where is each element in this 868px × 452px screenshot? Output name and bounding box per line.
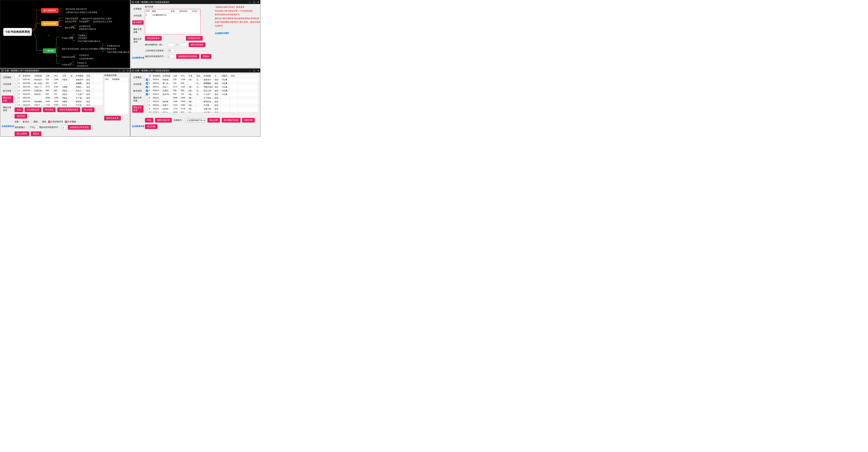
leaf: 监控到自动存入文章库 <box>91 19 115 24</box>
sidebar-item[interactable]: 水印设置 <box>132 13 144 18</box>
table-row[interactable]: 42024-04-12..沉浸式创业...848803#创业...社会三好青年创… <box>14 89 103 92</box>
clear-button[interactable]: 清空列表 <box>14 114 27 118</box>
sidebar-item[interactable]: 水印设置 <box>132 82 144 86</box>
interval-max-input[interactable] <box>180 43 187 47</box>
bit-input[interactable] <box>62 126 66 129</box>
stop-button[interactable]: 停止采集 <box>82 108 94 112</box>
table-row[interactable]: 42024-04-...沉浸式创业...848803#创业...已分配社会三好青… <box>145 89 259 92</box>
opt-newest[interactable]: 最新 <box>31 120 38 123</box>
table-row[interactable]: 32024-04-...当你一个月...97711165#来聊...已分配乔佩主… <box>145 85 259 89</box>
sidebar-item[interactable]: 账号管理 <box>132 89 144 93</box>
app-icon <box>132 69 134 72</box>
monitor-list <box>104 81 128 114</box>
monitor-author-button[interactable]: 监控作者文章 <box>104 116 121 120</box>
copy-ck-button[interactable]: 复制ck <box>31 132 41 136</box>
min-icon[interactable]: — <box>249 69 251 72</box>
table-row[interactable]: 72024-04-...现在做电商...24401630#电商...爱哭的汤姆猫… <box>145 100 259 104</box>
opt-hottest[interactable]: 最热 <box>39 120 46 123</box>
selall-button[interactable]: 全选 <box>145 118 153 122</box>
sidebar-item[interactable]: 爆款文库管理 <box>132 37 144 44</box>
table-row[interactable]: 12024-05-04..00后创业交流5281298#创业...凌凌凌子创业 <box>14 78 103 82</box>
bit-idx-input[interactable] <box>167 55 175 58</box>
table-row[interactable]: 32024-04-14..当你一个月...97711165#来聊...乔佩主笔记… <box>14 85 103 89</box>
library-table-body: 12024-05-...00后创业交流5281298#创业...已分配凌凌凌子创… <box>145 78 259 113</box>
refresh-button[interactable]: 刷新列表 <box>242 118 255 122</box>
node-one-click-clone[interactable]: 一键克隆 <box>43 48 56 53</box>
bit-idx-label: 指定比特浏览器序号： <box>145 55 166 58</box>
table-row[interactable]: 52024-03-...创业2年后...592131#创业...已分配十七来了创… <box>145 92 259 96</box>
sidebar-item[interactable]: 账号管理 <box>2 89 13 93</box>
table-row[interactable]: 82024-03-...30岁了，没...11102250#创业...方大脸创业 <box>145 104 259 107</box>
export-button[interactable]: 导出列表 <box>145 124 157 129</box>
contact-link[interactable]: 点击联系作者 <box>132 125 145 128</box>
sidebar-item[interactable]: 爆款文库管理 <box>2 105 13 113</box>
node-account-login[interactable]: 账号批量登录 <box>41 8 59 13</box>
account-window: 红薯一键克隆v1.39.7-浏览器连接成功 —▢✕ 文章预览水印设置账号管理爆款… <box>130 0 260 68</box>
min-icon[interactable]: — <box>118 69 121 72</box>
chk-no-video[interactable]: 不采视频 <box>65 120 76 123</box>
sidebar-item[interactable]: 爆款文章采集 <box>132 95 144 103</box>
table-row[interactable]: 52024-03-13..创业2年后...592131#创业...十七来了创业 <box>14 92 103 96</box>
bit-label: 指定比特浏览器序号： <box>39 126 60 129</box>
account-row[interactable]: 1 小红薯65486716 <box>145 13 200 17</box>
sidebar-item[interactable]: 文章预览 <box>132 7 144 11</box>
copy-ck-button[interactable]: 复制ck <box>201 54 211 59</box>
table-row[interactable]: 72024-04-05..现在做电商...24401630#电商...爱哭的汤姆… <box>14 100 103 104</box>
close-icon[interactable]: ✕ <box>257 69 259 72</box>
collect-window: 红薯一键克隆v1.39.7-浏览器连接成功—▢✕ 文章预览水印设置账号管理爆款文… <box>0 68 130 137</box>
op-publish-button[interactable]: 操作文章发布 <box>189 43 205 47</box>
table-row[interactable]: 22023-08-...第一次创业...241316已分配卖螺蛳粉...创业小红… <box>145 82 259 85</box>
import-ck-button[interactable]: 置入ck登录 <box>14 132 29 136</box>
opt-comprehensive[interactable]: 综合 <box>23 120 29 123</box>
sidebar-item[interactable]: 水印设置 <box>2 82 13 86</box>
library-table-head: 序号发布时间文章标题点赞数量评论数量文章标签状态作者昵称文章分类分配的账号比特序… <box>145 74 259 78</box>
leaf: 爆款文章库 <box>62 25 77 30</box>
start-timer-button[interactable]: 启动定时发布 <box>186 36 203 41</box>
assign-account-select[interactable]: 小红薯65486716 <box>186 118 206 122</box>
table-row[interactable]: 22023-08-31..第一次创业...241316卖螺蛳粉...创业 <box>14 82 103 85</box>
sidebar-item[interactable]: 文章预览 <box>132 75 144 80</box>
table-row[interactable]: 92024-04-...2024年普通...17145778#亚马...乐事小狗… <box>145 107 259 111</box>
titlebar: 红薯一键克隆v1.39.7-浏览器连接成功 —▢✕ <box>130 0 260 4</box>
buy-ip-link[interactable]: 点击购买代理IP <box>215 31 260 35</box>
port-input[interactable] <box>29 126 37 129</box>
node-article-collect[interactable]: 爆款文章采集 <box>41 21 59 26</box>
add-lib-button[interactable]: 加入爆款文库 <box>25 108 41 112</box>
max-icon[interactable]: ▢ <box>253 1 255 3</box>
selall-button[interactable]: 全选 <box>14 108 23 112</box>
leaf: 可给不同账号批量分配任务 <box>75 39 103 44</box>
sidebar-item[interactable]: 爆款文库管理 <box>132 105 144 113</box>
sidebar-item[interactable]: 爆款文章采集 <box>2 95 13 103</box>
sidebar-item[interactable]: 账号管理 <box>132 20 144 25</box>
max-icon[interactable]: ▢ <box>123 69 125 72</box>
connect-bit-button[interactable]: 连接指定比特浏览器 <box>68 125 91 130</box>
min-icon[interactable]: — <box>249 1 251 3</box>
chk-collect-toggle[interactable]: 文章采集开关 <box>48 120 63 123</box>
contact-link[interactable]: 点击联系作者 <box>132 56 145 59</box>
confirm-assign-button[interactable]: 确认分配 <box>208 118 220 122</box>
table-row[interactable]: 12024-05-...00后创业交流5281298#创业...已分配凌凌凌子创… <box>145 78 259 82</box>
window-title: 红薯一键克隆v1.39.7-浏览器连接成功 <box>5 69 39 72</box>
export-button[interactable]: 导出表格 <box>43 108 56 112</box>
add-node-icon[interactable]: + <box>48 34 50 37</box>
set-keyword-button[interactable]: 设置文章搜索关键词 <box>57 108 80 112</box>
close-icon[interactable]: ✕ <box>257 1 259 3</box>
table-row[interactable]: 62024-04-...65961266#商业...子丁创业笔记创业 <box>145 96 259 100</box>
port-label: 浏览器端口： <box>14 126 27 129</box>
max-icon[interactable]: ▢ <box>253 69 255 72</box>
contact-link[interactable]: 点击联系作者 <box>2 125 14 128</box>
close-icon[interactable]: ✕ <box>127 69 129 72</box>
table-row[interactable]: 102024-01-...偏门小众赛...4856954#行业...小红薯664… <box>145 111 259 113</box>
upload-delay-input[interactable] <box>167 49 175 52</box>
table-row[interactable]: 82024-03-19..30岁了，没...11102250#创业...方大脸创… <box>14 104 103 106</box>
interval-min-input[interactable] <box>167 43 175 47</box>
filter-button[interactable]: 按分配账号筛选 <box>222 118 241 122</box>
delete-button[interactable]: 删除勾选文章 <box>155 118 172 122</box>
connect-bit-button[interactable]: 连接指定比特浏览器 <box>176 54 199 59</box>
library-window: 红薯一键克隆v1.39.7-浏览器连接成功—▢✕ 文章预览水印设置账号管理爆款文… <box>130 68 260 137</box>
add-timer-button[interactable]: 添加定时发布 <box>145 36 162 41</box>
sidebar-item[interactable]: 爆款文章采集 <box>132 27 144 34</box>
sidebar-item[interactable]: 文章预览 <box>2 75 13 80</box>
table-row[interactable]: 62024-04-05..65961266#商业...子丁创业笔记创业 <box>14 96 103 100</box>
root-node[interactable]: 小红书自热矩阵系统 <box>3 28 32 36</box>
